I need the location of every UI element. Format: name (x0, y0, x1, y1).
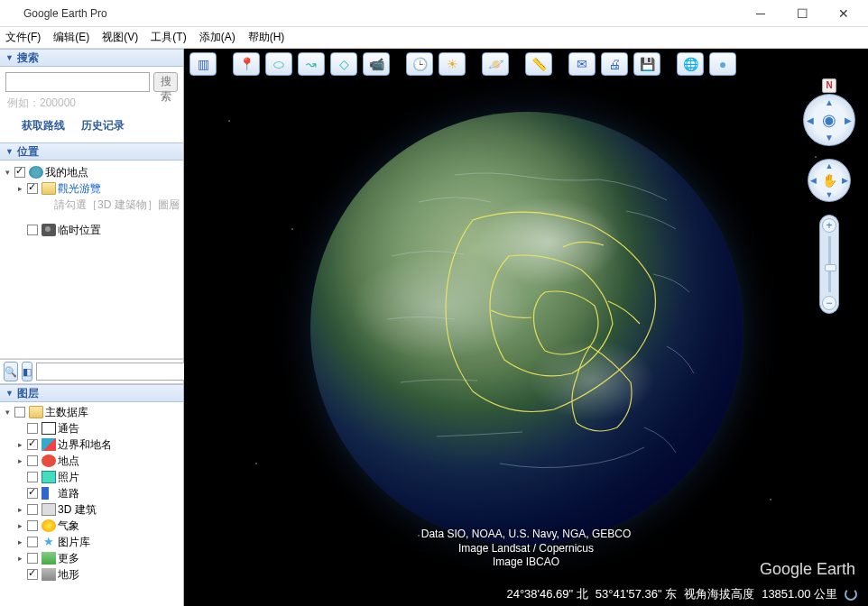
checkbox[interactable] (27, 504, 38, 515)
places-filter-input[interactable] (36, 363, 194, 381)
layer-weather[interactable]: ▸ 气象 (2, 518, 181, 534)
email-button[interactable]: ✉ (568, 52, 596, 76)
search-button[interactable]: 搜索 (153, 72, 178, 92)
menu-file[interactable]: 文件(F) (5, 30, 41, 45)
checkbox[interactable] (27, 569, 38, 580)
layer-gallery[interactable]: ▸ ★ 图片库 (2, 534, 181, 550)
map-attribution: Data SIO, NOAA, U.S. Navy, NGA, GEBCO Im… (421, 528, 632, 570)
polygon-button[interactable]: ⬭ (265, 52, 292, 76)
expand-icon[interactable]: ▸ (14, 456, 25, 465)
checkbox[interactable] (27, 423, 38, 434)
places-panel: ▾ 我的地点 ▸ 觀光游覽 請勾選［3D 建築物］圖層 临时位置 (0, 161, 183, 359)
tree-label: 觀光游覽 (58, 181, 101, 197)
places-panel-header[interactable]: 位置 (0, 142, 183, 161)
view-in-maps-button[interactable]: 🌐 (677, 52, 704, 76)
expand-icon[interactable]: ▸ (14, 184, 25, 193)
menu-view[interactable]: 视图(V) (102, 30, 138, 45)
look-right-icon[interactable]: ▶ (845, 115, 852, 125)
status-eye-altitude: 13851.00 公里 (762, 586, 837, 602)
look-up-icon[interactable]: ▲ (825, 97, 834, 107)
checkbox[interactable] (14, 167, 25, 178)
layer-more[interactable]: ▸ 更多 (2, 550, 181, 566)
layer-primary-db[interactable]: ▾ 主数据库 (2, 404, 181, 420)
history-link[interactable]: 历史记录 (81, 118, 125, 133)
zoom-out-button[interactable]: − (822, 296, 836, 310)
sphere-button[interactable]: ● (709, 52, 736, 76)
places-search-icon[interactable]: 🔍 (4, 362, 18, 381)
menu-help[interactable]: 帮助(H) (248, 30, 285, 45)
map-toolbar: ▥ 📍 ⬭ ↝ ◇ 📹 🕒 ☀ 🪐 📏 ✉ 🖨 💾 🌐 ● (184, 49, 742, 79)
layer-borders[interactable]: ▸ 边界和地名 (2, 436, 181, 453)
earth-globe[interactable] (310, 112, 743, 545)
layer-photos[interactable]: 照片 (2, 469, 181, 485)
search-panel-header[interactable]: 搜索 (0, 49, 183, 67)
ruler-button[interactable]: 📏 (525, 52, 552, 76)
zoom-in-button[interactable]: + (822, 218, 836, 233)
expand-icon[interactable]: ▸ (14, 521, 25, 530)
layers-panel-header[interactable]: 图层 (0, 384, 183, 402)
search-hint: 例如：200000 (5, 96, 178, 111)
layer-label: 主数据库 (45, 405, 88, 420)
search-input[interactable] (5, 72, 150, 92)
tree-temporary[interactable]: 临时位置 (2, 222, 181, 238)
zoom-track[interactable] (828, 236, 831, 292)
layer-announcements[interactable]: 通告 (2, 420, 181, 436)
layer-3d-buildings[interactable]: ▸ 3D 建筑 (2, 501, 181, 518)
maximize-button[interactable]: ☐ (781, 0, 823, 27)
record-tour-button[interactable]: 📹 (363, 52, 390, 76)
tree-my-places[interactable]: ▾ 我的地点 (2, 164, 181, 180)
look-left-icon[interactable]: ◀ (807, 115, 814, 125)
placemark-button[interactable]: 📍 (233, 52, 260, 76)
hide-sidebar-button[interactable]: ▥ (189, 52, 217, 76)
look-down-icon[interactable]: ▼ (825, 133, 834, 142)
tree-sightseeing[interactable]: ▸ 觀光游覽 (2, 180, 181, 197)
minimize-button[interactable]: ─ (740, 0, 781, 27)
layers-panel: ▾ 主数据库 通告 ▸ 边界和地名 ▸ 地点 (0, 402, 183, 606)
expand-icon[interactable]: ▸ (14, 554, 25, 563)
pan-down-icon[interactable]: ▼ (826, 190, 834, 199)
expand-icon[interactable]: ▸ (14, 440, 25, 449)
checkbox[interactable] (14, 407, 25, 418)
places-toolbar: 🔍 ◧ (0, 359, 183, 384)
image-overlay-button[interactable]: ◇ (330, 52, 357, 76)
layer-terrain[interactable]: 地形 (2, 566, 181, 583)
checkbox[interactable] (27, 537, 38, 547)
checkbox[interactable] (27, 488, 38, 499)
checkbox[interactable] (27, 183, 38, 194)
history-slider-button[interactable]: 🕒 (406, 52, 433, 76)
places-split-icon[interactable]: ◧ (22, 362, 32, 381)
expand-icon[interactable]: ▸ (14, 505, 25, 514)
checkbox[interactable] (27, 553, 38, 564)
checkbox[interactable] (27, 439, 38, 450)
layer-label: 地形 (58, 567, 79, 583)
layer-roads[interactable]: 道路 (2, 485, 181, 501)
get-directions-link[interactable]: 获取路线 (22, 118, 65, 133)
pan-up-icon[interactable]: ▲ (826, 161, 834, 170)
zoom-slider[interactable]: + − (819, 215, 839, 314)
pan-wheel[interactable]: ✋ ▲ ▼ ◀ ▶ (808, 159, 851, 202)
look-wheel[interactable]: N ◉ ▲ ▼ ◀ ▶ (803, 94, 855, 146)
nav-controls: N ◉ ▲ ▼ ◀ ▶ ✋ ▲ ▼ ◀ ▶ + − (803, 94, 855, 314)
menu-edit[interactable]: 编辑(E) (53, 30, 89, 45)
pan-left-icon[interactable]: ◀ (810, 176, 817, 185)
expand-icon[interactable]: ▾ (2, 408, 13, 417)
planet-switcher-button[interactable]: 🪐 (482, 52, 509, 76)
path-button[interactable]: ↝ (298, 52, 325, 76)
expand-icon[interactable]: ▸ (14, 537, 25, 546)
print-button[interactable]: 🖨 (601, 52, 628, 76)
checkbox[interactable] (27, 472, 38, 482)
checkbox[interactable] (27, 455, 38, 466)
layer-places[interactable]: ▸ 地点 (2, 453, 181, 469)
north-indicator[interactable]: N (822, 78, 836, 93)
sunlight-button[interactable]: ☀ (439, 52, 466, 76)
save-image-button[interactable]: 💾 (633, 52, 660, 76)
folder-icon (29, 406, 43, 418)
checkbox[interactable] (27, 225, 38, 235)
pan-right-icon[interactable]: ▶ (842, 176, 848, 185)
menu-tools[interactable]: 工具(T) (151, 30, 186, 45)
menu-add[interactable]: 添加(A) (199, 30, 235, 45)
expand-icon[interactable]: ▾ (2, 168, 13, 177)
close-button[interactable]: ✕ (823, 0, 864, 27)
map-viewport[interactable]: ▥ 📍 ⬭ ↝ ◇ 📹 🕒 ☀ 🪐 📏 ✉ 🖨 💾 🌐 ● (184, 49, 868, 606)
checkbox[interactable] (27, 520, 38, 531)
